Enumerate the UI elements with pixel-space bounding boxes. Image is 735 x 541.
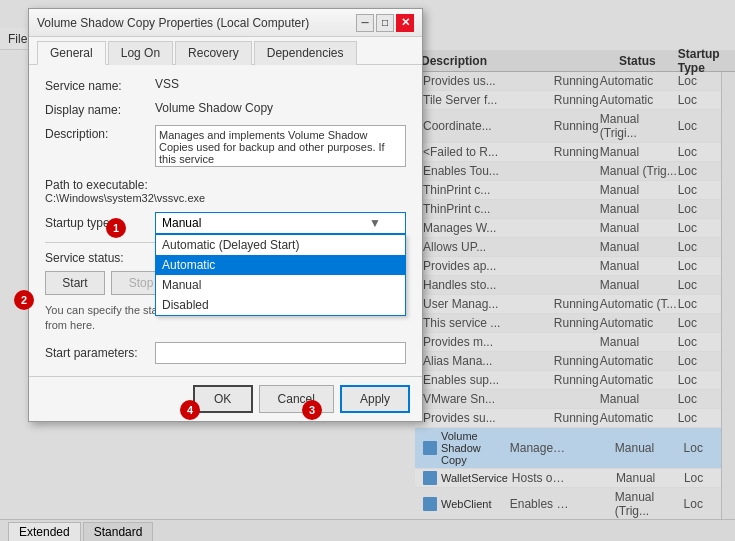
service-name-label: Service name: [45,77,155,93]
tab-general[interactable]: General [37,41,106,65]
dialog-body: Service name: VSS Display name: Volume S… [29,65,422,376]
path-value: C:\Windows\system32\vssvc.exe [45,192,406,204]
description-label: Description: [45,125,155,141]
badge-2: 2 [14,290,34,310]
path-label: Path to executable: [45,176,148,192]
start-params-input[interactable] [155,342,406,364]
service-status-label: Service status: [45,251,155,265]
start-button[interactable]: Start [45,271,105,295]
start-params-label: Start parameters: [45,346,155,360]
dropdown-item-disabled[interactable]: Disabled [156,295,405,315]
display-name-value: Volume Shadow Copy [155,101,406,115]
dialog-footer: OK Cancel Apply [29,376,422,421]
display-name-row: Display name: Volume Shadow Copy [45,101,406,117]
start-params-row: Start parameters: [45,342,406,364]
dialog-titlebar: Volume Shadow Copy Properties (Local Com… [29,9,422,37]
startup-dropdown-list: Automatic (Delayed Start) Automatic Manu… [155,234,406,316]
display-name-label: Display name: [45,101,155,117]
minimize-button[interactable]: ─ [356,14,374,32]
startup-type-label: Startup type: [45,216,155,230]
cancel-button[interactable]: Cancel [259,385,334,413]
maximize-button[interactable]: □ [376,14,394,32]
path-row: Path to executable: C:\Windows\system32\… [45,178,406,204]
description-row: Description: Manages and implements Volu… [45,125,406,170]
dropdown-item-auto-delayed[interactable]: Automatic (Delayed Start) [156,235,405,255]
tab-bar: General Log On Recovery Dependencies [29,37,422,65]
service-name-row: Service name: VSS [45,77,406,93]
tab-dependencies[interactable]: Dependencies [254,41,357,65]
properties-dialog: Volume Shadow Copy Properties (Local Com… [28,8,423,422]
dropdown-item-automatic[interactable]: Automatic [156,255,405,275]
startup-dropdown[interactable]: Manual ▼ [155,212,406,234]
service-name-value: VSS [155,77,406,91]
dialog-title: Volume Shadow Copy Properties (Local Com… [37,16,309,30]
description-textarea: Manages and implements Volume Shadow Cop… [155,125,406,167]
description-field: Manages and implements Volume Shadow Cop… [155,125,406,170]
badge-3: 3 [302,400,322,420]
badge-1: 1 [106,218,126,238]
startup-selected-value: Manual [162,216,201,230]
dropdown-item-manual[interactable]: Manual [156,275,405,295]
apply-button[interactable]: Apply [340,385,410,413]
tab-recovery[interactable]: Recovery [175,41,252,65]
dropdown-arrow-icon: ▼ [369,216,381,230]
close-button[interactable]: ✕ [396,14,414,32]
badge-4: 4 [180,400,200,420]
startup-dropdown-container: Manual ▼ Automatic (Delayed Start) Autom… [155,212,406,234]
ok-button[interactable]: OK [193,385,253,413]
tab-logon[interactable]: Log On [108,41,173,65]
startup-type-row: Startup type: Manual ▼ Automatic (Delaye… [45,212,406,234]
